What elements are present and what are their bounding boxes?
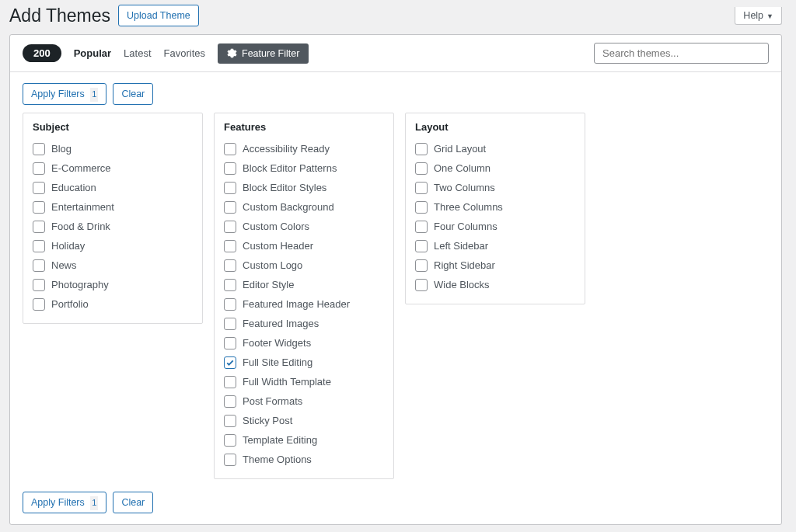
filter-option[interactable]: Photography [33, 275, 193, 294]
filter-option-label: Full Width Template [243, 376, 331, 388]
filter-option[interactable]: Editor Style [224, 275, 384, 294]
filter-option[interactable]: Wide Blocks [415, 275, 575, 294]
filter-option[interactable]: Blog [33, 139, 193, 158]
checkbox-icon [224, 259, 236, 272]
filter-option[interactable]: Food & Drink [33, 217, 193, 236]
filter-option[interactable]: Left Sidebar [415, 236, 575, 256]
checkbox-icon [33, 298, 45, 311]
filter-option[interactable]: One Column [415, 158, 575, 178]
help-tab[interactable]: Help ▼ [735, 7, 782, 25]
tab-popular[interactable]: Popular [74, 47, 111, 59]
checkbox-icon [33, 201, 45, 214]
filter-option[interactable]: Custom Colors [224, 217, 384, 236]
filter-option[interactable]: Footer Widgets [224, 333, 384, 353]
upload-theme-button[interactable]: Upload Theme [118, 5, 199, 26]
filter-option-label: News [51, 259, 77, 271]
filter-option[interactable]: Right Sidebar [415, 256, 575, 275]
filter-option[interactable]: Four Columns [415, 217, 575, 236]
filter-option[interactable]: Two Columns [415, 178, 575, 197]
filter-option-label: Sticky Post [243, 415, 292, 426]
checkbox-icon [415, 182, 428, 194]
theme-browser-panel: 200 Popular Latest Favorites Feature Fil… [9, 34, 782, 525]
filter-option-label: Featured Image Header [243, 298, 350, 310]
tab-latest[interactable]: Latest [124, 47, 151, 59]
checkbox-icon [224, 376, 236, 388]
feature-filter-button[interactable]: Feature Filter [218, 43, 309, 64]
checkbox-icon [415, 162, 428, 175]
checkbox-icon [224, 337, 236, 349]
filter-group-title: Features [215, 113, 393, 139]
checkbox-icon [415, 240, 428, 252]
filter-option[interactable]: Full Site Editing [224, 353, 384, 372]
clear-button[interactable]: Clear [113, 492, 153, 513]
filter-option[interactable]: Education [33, 178, 193, 197]
filter-option[interactable]: Full Width Template [224, 372, 384, 391]
filter-group-subject: Subject BlogE-CommerceEducationEntertain… [23, 113, 203, 324]
checkbox-icon [415, 221, 428, 233]
feature-filter-label: Feature Filter [242, 48, 299, 59]
checkbox-icon [224, 415, 236, 427]
filter-option-label: Block Editor Styles [243, 182, 326, 193]
chevron-down-icon: ▼ [766, 12, 773, 20]
filter-option-label: Custom Logo [243, 259, 302, 271]
filter-option-label: Left Sidebar [434, 240, 488, 252]
checkbox-icon [224, 182, 236, 194]
filter-option[interactable]: Sticky Post [224, 411, 384, 430]
filter-option-label: Footer Widgets [243, 337, 311, 349]
filter-option-label: Four Columns [434, 221, 498, 232]
filter-option[interactable]: E-Commerce [33, 158, 193, 178]
filter-option[interactable]: Theme Options [224, 450, 384, 469]
filter-option-label: Blog [51, 143, 72, 155]
filter-option[interactable]: Post Formats [224, 391, 384, 411]
filter-option-label: Template Editing [243, 434, 317, 446]
filter-option[interactable]: Grid Layout [415, 139, 575, 158]
filter-option-label: Right Sidebar [434, 259, 495, 271]
filter-option[interactable]: Holiday [33, 236, 193, 256]
filter-option[interactable]: Featured Images [224, 314, 384, 333]
checkbox-icon [224, 279, 236, 291]
apply-filters-label: Apply Filters [31, 497, 85, 508]
checkbox-icon [415, 143, 428, 155]
checkbox-icon [415, 259, 428, 272]
checkbox-icon [224, 356, 236, 369]
filter-option[interactable]: Featured Image Header [224, 294, 384, 314]
checkbox-icon [224, 318, 236, 330]
filter-option-label: Featured Images [243, 318, 319, 329]
filter-option[interactable]: Custom Header [224, 236, 384, 256]
filter-option[interactable]: Custom Logo [224, 256, 384, 275]
filter-group-features: Features Accessibility ReadyBlock Editor… [214, 113, 394, 479]
checkbox-icon [33, 240, 45, 252]
filter-option-label: Wide Blocks [434, 279, 490, 290]
filter-option[interactable]: News [33, 256, 193, 275]
filter-option-label: Custom Colors [243, 221, 309, 232]
filter-group-title: Layout [406, 113, 585, 139]
search-input[interactable] [594, 43, 769, 64]
apply-filters-button[interactable]: Apply Filters 1 [23, 492, 106, 513]
filter-option[interactable]: Accessibility Ready [224, 139, 384, 158]
filter-option-label: Editor Style [243, 279, 294, 290]
checkbox-icon [224, 143, 236, 155]
checkbox-icon [224, 162, 236, 175]
tab-favorites[interactable]: Favorites [164, 47, 205, 59]
filter-option-label: Portfolio [51, 298, 89, 310]
apply-count-badge: 1 [90, 88, 98, 102]
filter-option-label: Photography [51, 279, 109, 290]
filter-option[interactable]: Three Columns [415, 197, 575, 217]
filter-option[interactable]: Custom Background [224, 197, 384, 217]
page-title: Add Themes [9, 5, 110, 26]
filter-option-label: Custom Background [243, 201, 334, 213]
filter-option[interactable]: Template Editing [224, 430, 384, 450]
clear-button[interactable]: Clear [113, 83, 153, 105]
filter-option-label: Grid Layout [434, 143, 486, 155]
apply-filters-button[interactable]: Apply Filters 1 [23, 83, 106, 105]
checkbox-icon [224, 221, 236, 233]
filter-option[interactable]: Portfolio [33, 294, 193, 314]
filter-option[interactable]: Block Editor Patterns [224, 158, 384, 178]
checkbox-icon [33, 182, 45, 194]
filter-option[interactable]: Block Editor Styles [224, 178, 384, 197]
checkbox-icon [224, 454, 236, 466]
checkbox-icon [224, 395, 236, 408]
filter-option-label: Post Formats [243, 395, 302, 407]
filter-option[interactable]: Entertainment [33, 197, 193, 217]
checkbox-icon [33, 143, 45, 155]
